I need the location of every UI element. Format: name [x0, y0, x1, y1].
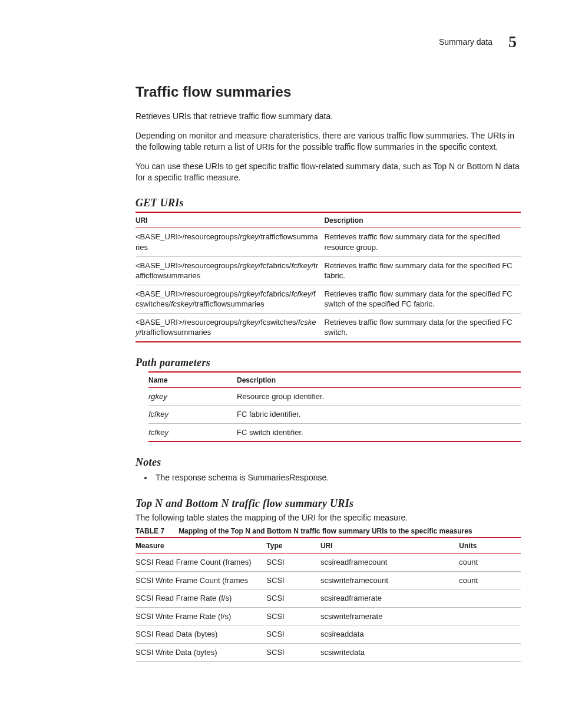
table-row: SCSI Write Data (bytes)SCSIscsiwritedata	[135, 643, 521, 661]
table-header: URI	[135, 212, 324, 228]
param-desc: FC fabric identifier.	[237, 406, 521, 424]
notes-item: The response schema is SummariesResponse…	[153, 472, 521, 483]
uri-cell: <BASE_URI>/resourcegroups/rgkey/fcfabric…	[135, 256, 324, 285]
path-param: fcfkey	[291, 261, 311, 270]
path-params-table: Name Description rgkeyResource group ide…	[148, 371, 521, 443]
desc-cell: Retrieves traffic flow summary data for …	[324, 256, 521, 285]
uri-cell: <BASE_URI>/resourcegroups/rgkey/trafficf…	[135, 228, 324, 256]
table-row: SCSI Write Frame Count (framesSCSIscsiwr…	[135, 571, 521, 589]
measure-cell: SCSI Write Frame Count (frames	[135, 571, 266, 589]
table-header: URI	[320, 538, 459, 554]
table-header: Name	[148, 372, 237, 388]
table-row: SCSI Read Frame Count (frames)SCSIscsire…	[135, 554, 521, 572]
type-cell: SCSI	[266, 554, 320, 572]
table-row: <BASE_URI>/resourcegroups/rgkey/trafficf…	[135, 228, 521, 256]
param-name: fcfkey	[148, 423, 237, 442]
section-heading-get-uris: GET URIs	[135, 197, 521, 209]
path-params-wrap: Name Description rgkeyResource group ide…	[135, 371, 521, 443]
path-param: fcfkey	[291, 289, 311, 298]
measure-cell: SCSI Read Data (bytes)	[135, 625, 266, 644]
uri-cell: scsiwritedata	[320, 643, 459, 661]
intro-paragraph: Depending on monitor and measure charate…	[135, 130, 521, 153]
header-section-label: Summary data	[439, 37, 492, 47]
uri-cell: scsireaddata	[320, 625, 459, 644]
measure-cell: SCSI Read Frame Count (frames)	[135, 554, 266, 572]
path-param: fcskey	[171, 299, 193, 308]
table-row: <BASE_URI>/resourcegroups/rgkey/fcfabric…	[135, 285, 521, 313]
page-content: Summary data 5 Traffic flow summaries Re…	[0, 0, 562, 728]
param-name: fcfkey	[148, 406, 237, 424]
page-header: Summary data 5	[135, 32, 521, 51]
table-row: SCSI Read Frame Rate (f/s)SCSIscsireadfr…	[135, 589, 521, 608]
units-cell: count	[459, 571, 521, 589]
table-label: TABLE 7	[135, 527, 164, 535]
table-row: fcfkeyFC switch identifier.	[148, 423, 521, 442]
page-title: Traffic flow summaries	[135, 84, 521, 100]
desc-cell: Retrieves traffic flow summary data for …	[324, 313, 521, 342]
path-param: rgkey	[240, 261, 259, 270]
measure-cell: SCSI Write Frame Rate (f/s)	[135, 607, 266, 625]
table-header: Description	[237, 372, 521, 388]
desc-cell: Retrieves traffic flow summary data for …	[324, 285, 521, 313]
table-row: fcfkeyFC fabric identifier.	[148, 406, 521, 424]
uri-cell: scsireadframerate	[320, 589, 459, 608]
table-header: Measure	[135, 538, 266, 554]
path-param: rgkey	[240, 318, 259, 327]
table-row: <BASE_URI>/resourcegroups/rgkey/fcfabric…	[135, 256, 521, 285]
section-heading-topn: Top N and Bottom N traffic flow summary …	[135, 498, 521, 510]
uri-cell: <BASE_URI>/resourcegroups/rgkey/fcfabric…	[135, 285, 324, 313]
param-desc: Resource group identifier.	[237, 387, 521, 406]
topn-intro: The following table states the mapping o…	[135, 512, 521, 523]
measure-cell: SCSI Read Frame Rate (f/s)	[135, 589, 266, 608]
desc-cell: Retrieves traffic flow summary data for …	[324, 228, 521, 256]
table-header: Description	[324, 212, 521, 228]
units-cell: count	[459, 554, 521, 572]
table-7-caption: TABLE 7 Mapping of the Top N and Bottom …	[135, 527, 521, 535]
table-7: Measure Type URI Units SCSI Read Frame C…	[135, 537, 521, 661]
param-desc: FC switch identifier.	[237, 423, 521, 442]
units-cell	[459, 589, 521, 608]
units-cell	[459, 643, 521, 661]
measure-cell: SCSI Write Data (bytes)	[135, 643, 266, 661]
table-caption-text: Mapping of the Top N and Bottom N traffi…	[178, 527, 472, 535]
section-heading-path-params: Path parameters	[135, 357, 521, 369]
intro-paragraph: You can use these URIs to get specific t…	[135, 161, 521, 183]
intro-paragraph: Retrieves URIs that retrieve traffic flo…	[135, 111, 521, 122]
type-cell: SCSI	[266, 625, 320, 644]
uri-cell: scsiwriteframerate	[320, 607, 459, 625]
header-chapter-number: 5	[504, 32, 521, 51]
param-name: rgkey	[148, 387, 237, 406]
table-row: <BASE_URI>/resourcegroups/rgkey/fcswitch…	[135, 313, 521, 342]
uri-cell: scsireadframecount	[320, 554, 459, 572]
type-cell: SCSI	[266, 589, 320, 608]
section-heading-notes: Notes	[135, 456, 521, 469]
table-row: SCSI Write Frame Rate (f/s)SCSIscsiwrite…	[135, 607, 521, 625]
path-param: fcskey	[135, 318, 316, 337]
table-row: SCSI Read Data (bytes)SCSIscsireaddata	[135, 625, 521, 644]
units-cell	[459, 625, 521, 644]
table-row: rgkeyResource group identifier.	[148, 387, 521, 406]
units-cell	[459, 607, 521, 625]
type-cell: SCSI	[266, 643, 320, 661]
table-header: Units	[459, 538, 521, 554]
uri-cell: scsiwriteframecount	[320, 571, 459, 589]
notes-list: The response schema is SummariesResponse…	[135, 472, 521, 483]
type-cell: SCSI	[266, 571, 320, 589]
table-header: Type	[266, 538, 320, 554]
path-param: rgkey	[240, 232, 259, 241]
path-param: rgkey	[240, 289, 259, 298]
uri-cell: <BASE_URI>/resourcegroups/rgkey/fcswitch…	[135, 313, 324, 342]
type-cell: SCSI	[266, 607, 320, 625]
get-uris-table: URI Description <BASE_URI>/resourcegroup…	[135, 212, 521, 342]
